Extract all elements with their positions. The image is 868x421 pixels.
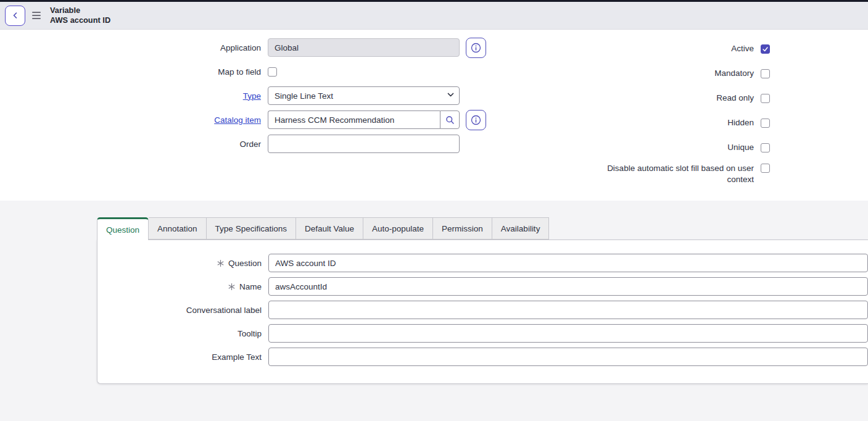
catalog-item-label-link[interactable]: Catalog item xyxy=(0,115,261,125)
active-label: Active xyxy=(731,43,754,54)
example-text-row: Example Text xyxy=(97,348,868,366)
back-button[interactable] xyxy=(5,6,25,26)
record-type-label: Variable xyxy=(50,6,110,15)
tooltip-row: Tooltip xyxy=(97,324,868,343)
check-icon xyxy=(762,46,769,52)
disable-slot-fill-row: Disable automatic slot fill based on use… xyxy=(494,163,868,185)
read-only-checkbox[interactable] xyxy=(761,94,770,103)
tab-question[interactable]: Question xyxy=(97,217,149,240)
record-header: Variable AWS account ID xyxy=(0,2,868,30)
info-icon xyxy=(471,43,481,53)
type-select[interactable]: Single Line Text xyxy=(268,86,460,105)
name-label: Name xyxy=(97,282,262,291)
type-select-wrap: Single Line Text xyxy=(268,86,460,105)
form-left-column: Application Map to field Type xyxy=(0,38,494,201)
question-tab-panel: Question Name xyxy=(97,240,868,384)
order-label: Order xyxy=(0,140,261,149)
map-to-field-label: Map to field xyxy=(0,67,261,77)
mandatory-label: Mandatory xyxy=(714,68,754,79)
page-title: AWS account ID xyxy=(50,15,110,25)
hidden-checkbox[interactable] xyxy=(761,119,770,128)
tabbed-section: Question Annotation Type Specifications … xyxy=(0,201,868,384)
unique-checkbox[interactable] xyxy=(761,143,770,152)
active-row: Active xyxy=(494,40,868,58)
mandatory-asterisk-icon xyxy=(217,259,225,267)
example-text-label: Example Text xyxy=(97,352,262,362)
name-row: Name xyxy=(97,277,868,296)
disable-slot-fill-label: Disable automatic slot fill based on use… xyxy=(600,163,754,185)
question-field[interactable] xyxy=(268,254,868,272)
unique-label: Unique xyxy=(727,142,754,153)
question-label: Question xyxy=(97,259,262,268)
map-to-field-checkbox[interactable] xyxy=(268,67,277,77)
info-icon xyxy=(471,115,481,125)
application-info-button[interactable] xyxy=(466,38,486,58)
order-field[interactable] xyxy=(268,135,460,153)
catalog-item-info-button[interactable] xyxy=(466,110,486,130)
conversational-label-row: Conversational label xyxy=(97,301,868,319)
tab-type-specifications[interactable]: Type Specifications xyxy=(207,217,296,240)
tooltip-label: Tooltip xyxy=(97,329,262,338)
catalog-item-lookup-button[interactable] xyxy=(440,110,460,129)
form-top-section: Application Map to field Type xyxy=(0,30,868,201)
hamburger-menu-icon[interactable] xyxy=(32,12,42,19)
tab-bar: Question Annotation Type Specifications … xyxy=(97,217,868,240)
application-label: Application xyxy=(0,43,261,52)
form-right-column: Active Mandatory Read only xyxy=(494,38,868,201)
read-only-label: Read only xyxy=(716,93,754,104)
question-row: Question xyxy=(97,254,868,272)
tab-permission[interactable]: Permission xyxy=(433,217,492,240)
active-checkbox[interactable] xyxy=(761,44,770,54)
catalog-item-reference-group xyxy=(268,110,460,129)
tab-auto-populate[interactable]: Auto-populate xyxy=(363,217,433,240)
unique-row: Unique xyxy=(494,138,868,157)
record-title-block: Variable AWS account ID xyxy=(50,6,110,25)
read-only-row: Read only xyxy=(494,89,868,107)
hidden-label: Hidden xyxy=(727,117,754,128)
catalog-item-row: Catalog item xyxy=(0,110,494,129)
disable-slot-fill-checkbox[interactable] xyxy=(761,164,770,173)
tab-annotation[interactable]: Annotation xyxy=(149,217,207,240)
mandatory-asterisk-icon xyxy=(228,283,236,291)
application-row: Application xyxy=(0,38,494,57)
application-field[interactable] xyxy=(268,38,460,57)
order-row: Order xyxy=(0,135,494,153)
chevron-left-icon xyxy=(11,11,20,20)
tooltip-field[interactable] xyxy=(268,324,868,343)
catalog-item-field[interactable] xyxy=(268,110,440,129)
search-icon xyxy=(445,115,455,125)
mandatory-checkbox[interactable] xyxy=(761,69,770,78)
type-row: Type Single Line Text xyxy=(0,86,494,105)
hidden-row: Hidden xyxy=(494,114,868,132)
conversational-label-field[interactable] xyxy=(268,301,868,319)
example-text-field[interactable] xyxy=(268,348,868,366)
tab-default-value[interactable]: Default Value xyxy=(296,217,363,240)
name-field[interactable] xyxy=(268,277,868,296)
mandatory-row: Mandatory xyxy=(494,64,868,83)
conversational-label-label: Conversational label xyxy=(97,306,262,315)
type-label-link[interactable]: Type xyxy=(0,91,261,101)
map-to-field-row: Map to field xyxy=(0,62,494,81)
tab-availability[interactable]: Availability xyxy=(492,217,550,240)
